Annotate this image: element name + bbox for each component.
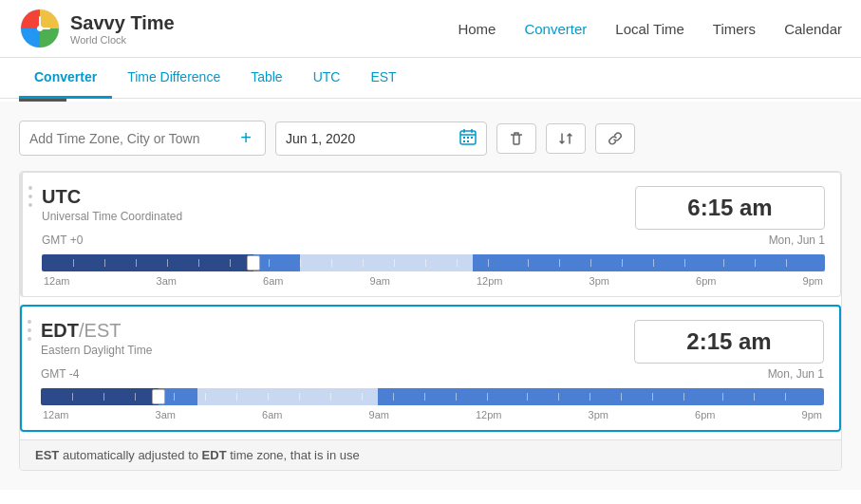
edt-label-3am: 3am bbox=[156, 409, 176, 420]
tz-search-input[interactable] bbox=[29, 131, 236, 146]
app-title: Savvy Time bbox=[70, 12, 175, 34]
date-input-wrapper[interactable] bbox=[275, 121, 487, 156]
calendar-button[interactable] bbox=[459, 128, 477, 149]
edt-timeline[interactable] bbox=[41, 388, 824, 405]
bottom-note: EST automatically adjusted to EDT time z… bbox=[20, 439, 841, 470]
svg-rect-11 bbox=[463, 140, 465, 142]
edt-date: Mon, Jun 1 bbox=[768, 367, 824, 381]
edt-time-display[interactable]: 2:15 am bbox=[634, 320, 824, 364]
main-content: + bbox=[0, 102, 861, 490]
utc-time-display[interactable]: 6:15 am bbox=[635, 186, 825, 230]
link-button[interactable] bbox=[595, 123, 635, 154]
utc-label-6am: 6am bbox=[263, 275, 283, 287]
add-timezone-button[interactable]: + bbox=[236, 127, 255, 149]
note-edt-text: EDT bbox=[202, 448, 227, 462]
logo-text-block: Savvy Time World Clock bbox=[70, 12, 175, 46]
edt-dot2 bbox=[28, 328, 31, 332]
tab-table[interactable]: Table bbox=[235, 58, 297, 99]
toolbar: + bbox=[19, 121, 842, 156]
svg-rect-9 bbox=[467, 137, 469, 139]
utc-timeline-thumb[interactable] bbox=[247, 255, 260, 271]
dot1 bbox=[28, 186, 32, 190]
link-icon bbox=[608, 131, 623, 146]
date-input[interactable] bbox=[286, 131, 452, 146]
logo-icon bbox=[19, 8, 61, 49]
utc-name-block: UTC Universal Time Coordinated bbox=[42, 186, 182, 223]
utc-label-12pm: 12pm bbox=[477, 275, 503, 287]
utc-card: UTC Universal Time Coordinated 6:15 am G… bbox=[20, 172, 841, 297]
edt-meta: GMT -4 Mon, Jun 1 bbox=[41, 367, 824, 381]
nav-timers[interactable]: Timers bbox=[713, 21, 756, 37]
edt-label-3pm: 3pm bbox=[589, 409, 608, 420]
edt-card-header: EDT/EST Eastern Daylight Time 2:15 am bbox=[41, 320, 824, 364]
tab-utc[interactable]: UTC bbox=[298, 58, 356, 99]
edt-dot1 bbox=[28, 320, 31, 324]
utc-ticks bbox=[42, 254, 825, 271]
nav-local-time[interactable]: Local Time bbox=[615, 21, 684, 37]
edt-timeline-thumb[interactable] bbox=[152, 389, 165, 404]
logo-area: Savvy Time World Clock bbox=[19, 8, 175, 49]
edt-primary-name: EDT bbox=[41, 320, 79, 341]
edt-alt-name: /EST bbox=[79, 320, 121, 341]
header: Savvy Time World Clock Home Converter Lo… bbox=[0, 0, 861, 58]
note-est-text: EST bbox=[35, 448, 59, 462]
nav-home[interactable]: Home bbox=[458, 21, 496, 37]
sub-nav: Converter Time Difference Table UTC EST bbox=[0, 58, 861, 99]
edt-dot3 bbox=[28, 337, 31, 341]
tab-est[interactable]: EST bbox=[355, 58, 411, 99]
utc-meta: GMT +0 Mon, Jun 1 bbox=[42, 233, 825, 247]
edt-card: EDT/EST Eastern Daylight Time 2:15 am GM… bbox=[20, 305, 841, 432]
swap-icon bbox=[558, 131, 573, 146]
edt-full-name: Eastern Daylight Time bbox=[41, 344, 152, 357]
trash-icon bbox=[509, 131, 524, 146]
utc-date: Mon, Jun 1 bbox=[769, 233, 825, 247]
utc-label-12am: 12am bbox=[44, 275, 70, 287]
edt-label-6pm: 6pm bbox=[695, 409, 715, 420]
utc-full-name: Universal Time Coordinated bbox=[42, 210, 182, 223]
app-subtitle: World Clock bbox=[70, 34, 175, 46]
cards-wrapper: UTC Universal Time Coordinated 6:15 am G… bbox=[19, 171, 842, 471]
delete-button[interactable] bbox=[496, 123, 536, 154]
dot3 bbox=[28, 203, 32, 207]
utc-timeline-labels: 12am 3am 6am 9am 12pm 3pm 6pm 9pm bbox=[42, 275, 825, 287]
utc-timeline-bar[interactable] bbox=[42, 254, 825, 271]
utc-label-9pm: 9pm bbox=[803, 275, 823, 287]
svg-rect-12 bbox=[467, 140, 469, 142]
utc-card-header: UTC Universal Time Coordinated 6:15 am bbox=[42, 186, 825, 230]
edt-timeline-labels: 12am 3am 6am 9am 12pm 3pm 6pm 9pm bbox=[41, 409, 824, 420]
edt-name-block: EDT/EST Eastern Daylight Time bbox=[41, 320, 152, 357]
utc-timeline[interactable] bbox=[42, 254, 825, 271]
edt-label-12am: 12am bbox=[43, 409, 69, 420]
utc-label-3pm: 3pm bbox=[590, 275, 609, 287]
tab-time-difference[interactable]: Time Difference bbox=[112, 58, 235, 99]
utc-gmt-offset: GMT +0 bbox=[42, 233, 83, 247]
edt-label-9am: 9am bbox=[369, 409, 389, 420]
svg-rect-8 bbox=[463, 137, 465, 139]
utc-label-6pm: 6pm bbox=[696, 275, 716, 287]
nav-calendar[interactable]: Calendar bbox=[784, 21, 842, 37]
swap-button[interactable] bbox=[546, 123, 586, 154]
note-middle-text: automatically adjusted to bbox=[59, 448, 201, 462]
tab-converter[interactable]: Converter bbox=[19, 58, 112, 99]
calendar-icon bbox=[459, 128, 477, 145]
utc-label-3am: 3am bbox=[157, 275, 177, 287]
edt-label-12pm: 12pm bbox=[476, 409, 502, 420]
dot2 bbox=[28, 195, 32, 198]
edt-gmt-offset: GMT -4 bbox=[41, 367, 79, 381]
nav-converter[interactable]: Converter bbox=[524, 21, 587, 37]
edt-label-6am: 6am bbox=[262, 409, 282, 420]
tz-input-wrapper[interactable]: + bbox=[19, 121, 266, 156]
note-after-text: time zone, that is in use bbox=[227, 448, 360, 462]
main-nav: Home Converter Local Time Timers Calenda… bbox=[458, 21, 842, 37]
edt-name: EDT/EST bbox=[41, 320, 152, 342]
svg-rect-10 bbox=[471, 137, 473, 139]
edt-label-9pm: 9pm bbox=[802, 409, 822, 420]
utc-name: UTC bbox=[42, 186, 182, 208]
utc-label-9am: 9am bbox=[370, 275, 390, 287]
